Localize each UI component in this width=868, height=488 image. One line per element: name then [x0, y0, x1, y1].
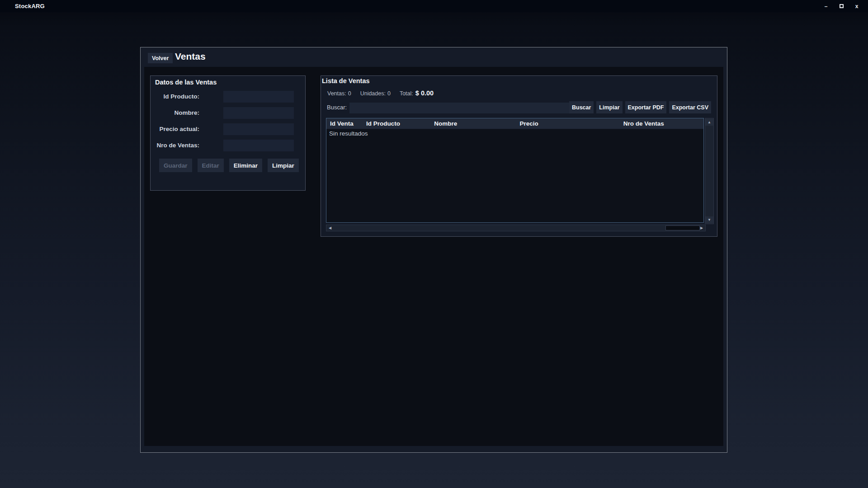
app-title: StockARG — [15, 3, 45, 9]
id-producto-field[interactable] — [223, 91, 294, 103]
buscar-input[interactable] — [349, 103, 580, 113]
scroll-left-icon[interactable]: ◀ — [327, 225, 333, 231]
buscar-label: Buscar: — [327, 104, 347, 111]
page-title: Ventas — [175, 51, 206, 62]
form-row: Nombre: — [151, 107, 305, 119]
nombre-label: Nombre: — [151, 107, 199, 119]
limpiar-button[interactable]: Limpiar — [268, 159, 299, 172]
titlebar: StockARG – x — [0, 0, 868, 12]
ventas-panel: Volver Ventas Datos de las Ventas Id Pro… — [140, 47, 727, 453]
scroll-up-icon[interactable]: ▲ — [705, 119, 713, 126]
scroll-right-icon[interactable]: ▶ — [698, 225, 705, 231]
col-nro-ventas[interactable]: Nro de Ventas — [620, 118, 703, 129]
limpiar-search-button[interactable]: Limpiar — [596, 101, 622, 113]
form-row: Nro de Ventas: — [151, 140, 305, 151]
minimize-button[interactable]: – — [818, 0, 834, 12]
list-actions: Buscar Limpiar Exportar PDF Exportar CSV — [569, 101, 711, 113]
eliminar-button[interactable]: Eliminar — [229, 159, 262, 172]
close-icon: x — [855, 3, 859, 9]
close-button[interactable]: x — [849, 0, 864, 12]
table-header-row: Id Venta Id Producto Nombre Precio Nro d… — [326, 118, 703, 129]
col-nombre[interactable]: Nombre — [430, 118, 516, 129]
horizontal-scroll-thumb[interactable] — [665, 225, 700, 230]
total-value: $ 0.00 — [415, 89, 434, 97]
datos-ventas-title: Datos de las Ventas — [155, 79, 217, 86]
stats-row: Ventas:0 Unidades:0 Total:$ 0.00 — [327, 89, 434, 97]
ventas-table-grid: Id Venta Id Producto Nombre Precio Nro d… — [326, 118, 703, 129]
form-row: Id Producto: — [151, 91, 305, 103]
id-producto-label: Id Producto: — [151, 91, 199, 103]
ventas-count-value: 0 — [348, 90, 351, 97]
total-label: Total: — [400, 90, 413, 97]
nro-ventas-field[interactable] — [223, 140, 294, 151]
empty-results-message: Sin resultados — [326, 129, 703, 138]
unidades-count: Unidades:0 — [360, 90, 391, 97]
precio-actual-field[interactable] — [223, 123, 294, 135]
form-row: Precio actual: — [151, 123, 305, 135]
vertical-scrollbar[interactable]: ▲ ▼ — [705, 118, 714, 224]
content-area: Datos de las Ventas Id Producto: Nombre:… — [144, 67, 723, 446]
nombre-field[interactable] — [223, 107, 294, 119]
editar-button[interactable]: Editar — [198, 159, 224, 172]
buscar-button[interactable]: Buscar — [569, 101, 594, 113]
precio-actual-label: Precio actual: — [151, 123, 199, 135]
form-actions: Guardar Editar Eliminar Limpiar — [159, 159, 299, 172]
exportar-csv-button[interactable]: Exportar CSV — [669, 101, 711, 113]
maximize-icon — [840, 4, 844, 8]
minimize-icon: – — [825, 3, 828, 9]
ventas-count: Ventas:0 — [327, 90, 351, 97]
col-id-venta[interactable]: Id Venta — [326, 118, 363, 129]
datos-ventas-group: Datos de las Ventas Id Producto: Nombre:… — [150, 75, 306, 191]
nro-ventas-label: Nro de Ventas: — [151, 140, 199, 151]
exportar-pdf-button[interactable]: Exportar PDF — [625, 101, 667, 113]
guardar-button[interactable]: Guardar — [159, 159, 192, 172]
ventas-table: Id Venta Id Producto Nombre Precio Nro d… — [326, 118, 704, 223]
scroll-down-icon[interactable]: ▼ — [705, 216, 713, 223]
col-precio[interactable]: Precio — [516, 118, 619, 129]
maximize-button[interactable] — [834, 0, 849, 12]
window-controls: – x — [818, 0, 864, 12]
volver-button[interactable]: Volver — [148, 53, 173, 63]
horizontal-scrollbar[interactable]: ◀ ▶ — [326, 225, 706, 231]
total-amount: Total:$ 0.00 — [400, 89, 434, 97]
ventas-count-label: Ventas: — [327, 90, 346, 97]
lista-ventas-title: Lista de Ventas — [322, 77, 370, 84]
unidades-count-value: 0 — [387, 90, 391, 97]
col-id-producto[interactable]: Id Producto — [363, 118, 430, 129]
lista-ventas-group: Lista de Ventas Ventas:0 Unidades:0 Tota… — [321, 75, 717, 237]
unidades-count-label: Unidades: — [360, 90, 386, 97]
